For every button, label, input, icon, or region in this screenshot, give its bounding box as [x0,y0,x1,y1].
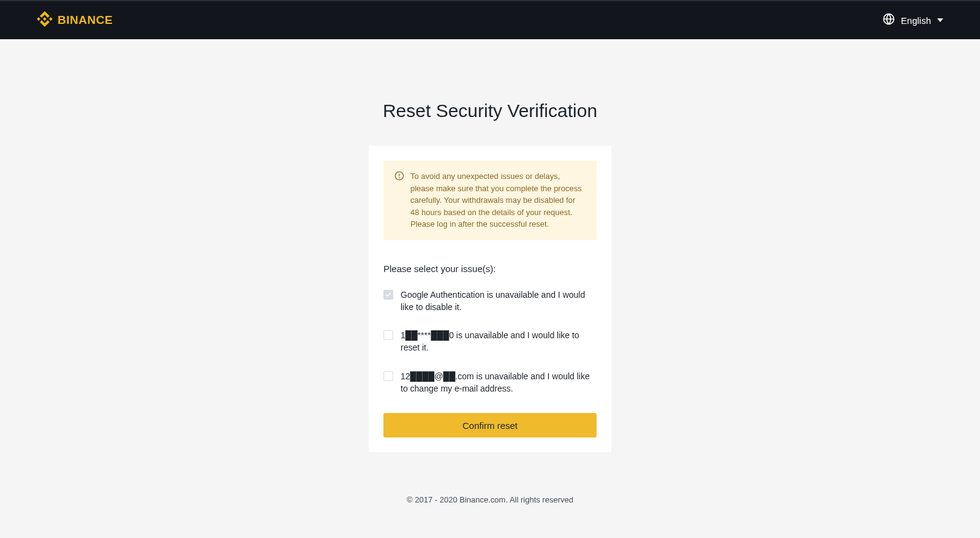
option-label: 12████@██.com is unavailable and I would… [401,370,597,395]
footer-copyright: © 2017 - 2020 Binance.com. All rights re… [0,495,980,517]
warning-icon [394,170,404,230]
top-header: BINANCE English [0,0,980,39]
binance-logo-icon [37,11,53,29]
warning-banner: To avoid any unexpected issues or delays… [383,161,597,240]
warning-line-2: Please log in after the successful reset… [410,219,549,229]
checkbox-phone[interactable] [383,330,393,340]
language-label: English [901,15,931,26]
chevron-down-icon [937,18,943,22]
option-label: Google Authentication is unavailable and… [401,289,597,314]
language-selector[interactable]: English [883,13,943,28]
reset-card: To avoid any unexpected issues or delays… [369,146,611,452]
svg-point-3 [399,178,400,178]
option-google-auth[interactable]: Google Authentication is unavailable and… [383,289,597,314]
globe-icon [883,13,895,28]
page-title: Reset Security Verification [0,100,980,121]
issue-prompt: Please select your issue(s): [383,263,597,274]
checkbox-google-auth[interactable] [383,290,393,300]
brand-logo[interactable]: BINANCE [37,11,113,29]
brand-name: BINANCE [58,13,113,27]
option-label: 1██****███0 is unavailable and I would l… [401,329,597,354]
warning-text: To avoid any unexpected issues or delays… [410,170,586,230]
checkbox-email[interactable] [383,371,393,381]
option-phone[interactable]: 1██****███0 is unavailable and I would l… [383,329,597,354]
warning-line-1: To avoid any unexpected issues or delays… [410,172,582,217]
confirm-reset-button[interactable]: Confirm reset [383,413,597,438]
option-email[interactable]: 12████@██.com is unavailable and I would… [383,370,597,395]
